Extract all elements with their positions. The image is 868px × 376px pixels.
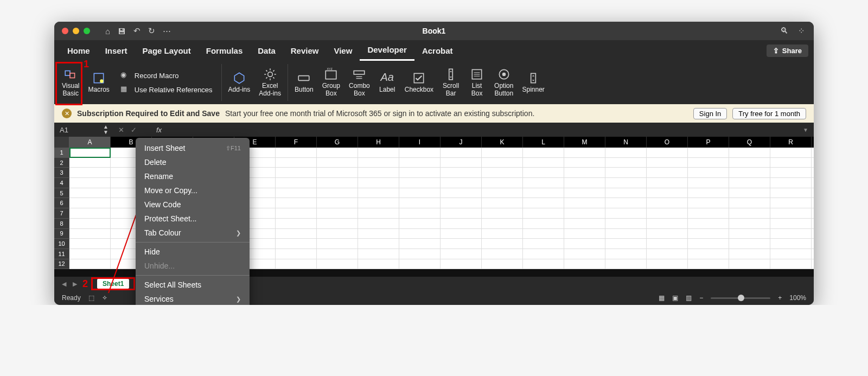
accessibility-icon[interactable]: ⬚ [88,294,94,302]
tab-insert[interactable]: Insert [98,40,135,61]
menu-delete[interactable]: Delete [136,155,250,169]
insert-list-box-control[interactable]: List Box [464,61,490,104]
tab-developer[interactable]: Developer [360,40,414,61]
save-icon[interactable]: 💾︎ [118,27,126,36]
sheet-tab[interactable]: Sheet1 [97,279,129,289]
insert-spinner-control[interactable]: Spinner [518,61,548,104]
row-header[interactable]: 5 [54,188,69,199]
insert-combo-box-control[interactable]: Combo Box [344,61,374,104]
redo-icon[interactable]: ↻ [148,26,155,36]
col-header[interactable]: R [770,137,812,148]
undo-icon[interactable]: ↶ [133,26,141,36]
more-icon[interactable]: ⋯ [163,26,171,36]
tab-page-layout[interactable]: Page Layout [135,40,199,61]
excel-addins-button[interactable]: Excel Add-ins [254,61,285,104]
banner-close-icon[interactable]: ✕ [62,109,72,118]
sign-in-button[interactable]: Sign In [693,108,727,119]
menu-insert-sheet[interactable]: Insert Sheet⇧F11 [136,141,250,155]
addins-button[interactable]: Add-ins [224,61,255,104]
zoom-in-icon[interactable]: + [778,294,782,302]
view-normal-icon[interactable]: ▦ [659,294,665,302]
insert-checkbox-control[interactable]: Checkbox [400,61,438,104]
row-header[interactable]: 6 [54,198,69,208]
zoom-out-icon[interactable]: − [699,294,703,302]
row-header[interactable]: 3 [54,168,69,178]
cancel-formula-icon[interactable]: ✕ [118,126,124,134]
col-header[interactable]: N [605,137,647,148]
col-header[interactable]: M [564,137,605,148]
menu-select-all-sheets[interactable]: Select All Sheets [136,278,250,292]
col-header[interactable]: J [441,137,482,148]
row-header[interactable]: 1 [54,148,69,158]
tab-home[interactable]: Home [60,40,98,61]
macro-status-icon[interactable]: ✧ [102,294,107,302]
chevron-right-icon: ❯ [236,296,241,303]
name-box[interactable]: A1 [54,126,103,134]
insert-button-control[interactable]: Button [290,61,318,104]
record-macro-button[interactable]: ◉Record Macro [120,71,213,80]
share-people-icon[interactable]: ⁘ [798,26,805,36]
maximize-window-icon[interactable] [84,28,90,34]
col-header[interactable]: I [399,137,441,148]
minimize-window-icon[interactable] [73,28,79,34]
annotation-highlight-2: Sheet1 [91,277,135,290]
insert-option-button-control[interactable]: Option Button [490,61,518,104]
next-sheet-icon[interactable]: ▶ [71,281,79,288]
tab-acrobat[interactable]: Acrobat [414,40,461,61]
visual-basic-button[interactable]: Visual Basic [58,61,84,104]
tab-formulas[interactable]: Formulas [199,40,251,61]
visual-basic-icon [63,67,78,81]
tab-review[interactable]: Review [283,40,327,61]
previous-sheet-icon[interactable]: ◀ [60,281,68,288]
tab-data[interactable]: Data [250,40,283,61]
share-button[interactable]: ⇪Share [767,44,808,57]
search-icon[interactable]: 🔍︎ [780,26,788,36]
col-header[interactable]: O [647,137,688,148]
insert-group-box-control[interactable]: XYZGroup Box [318,61,344,104]
menu-tab-colour[interactable]: Tab Colour❯ [136,226,250,240]
col-header[interactable]: G [317,137,358,148]
insert-label-control[interactable]: AaLabel [374,61,400,104]
fx-icon[interactable]: fx [156,126,162,134]
row-header[interactable]: 4 [54,178,69,188]
macros-button[interactable]: Macros [84,61,113,104]
col-header[interactable]: P [688,137,729,148]
view-page-break-icon[interactable]: ▥ [686,294,692,302]
row-header[interactable]: 8 [54,219,69,229]
zoom-level: 100% [789,294,806,302]
row-header[interactable]: 10 [54,239,69,249]
menu-protect-sheet[interactable]: Protect Sheet... [136,212,250,226]
row-header[interactable]: 9 [54,229,69,239]
menu-move-or-copy[interactable]: Move or Copy... [136,183,250,197]
expand-formula-bar-icon[interactable]: ▼ [803,127,808,133]
use-relative-references-button[interactable]: ▦Use Relative References [120,85,213,94]
col-header[interactable]: F [276,137,317,148]
row-headers: 1 2 3 4 5 6 7 8 9 10 11 12 [54,148,69,269]
try-free-button[interactable]: Try free for 1 month [732,108,806,119]
row-header[interactable]: 11 [54,249,69,259]
insert-scrollbar-control[interactable]: Scroll Bar [438,61,464,104]
view-page-layout-icon[interactable]: ▣ [672,294,678,302]
col-header[interactable]: A [69,137,111,148]
menu-services[interactable]: Services❯ [136,292,250,305]
svg-rect-0 [65,71,70,76]
menu-view-code[interactable]: View Code [136,197,250,212]
checkbox-icon [412,71,426,85]
row-header[interactable]: 7 [54,208,69,219]
enter-formula-icon[interactable]: ✓ [131,126,137,134]
row-header[interactable]: 2 [54,158,69,168]
col-header[interactable]: H [358,137,399,148]
menu-hide[interactable]: Hide [136,245,250,259]
col-header[interactable]: K [482,137,523,148]
select-all-corner[interactable] [54,137,69,148]
tab-view[interactable]: View [326,40,360,61]
radio-icon [497,67,511,81]
name-box-stepper-icon[interactable]: ▲▼ [103,124,108,135]
close-window-icon[interactable] [62,28,68,34]
home-icon[interactable]: ⌂ [105,27,110,36]
col-header[interactable]: Q [729,137,770,148]
col-header[interactable]: L [523,137,564,148]
row-header[interactable]: 12 [54,259,69,270]
menu-rename[interactable]: Rename [136,169,250,183]
zoom-slider[interactable] [711,297,770,299]
